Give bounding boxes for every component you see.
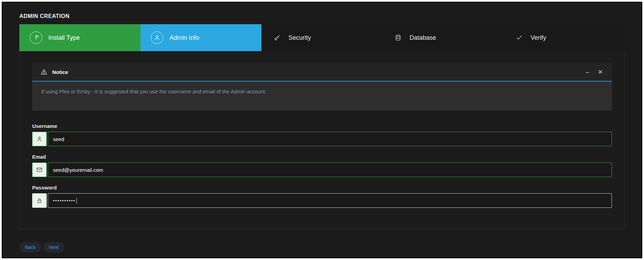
step-label: Install Type bbox=[48, 34, 80, 41]
email-field: Email bbox=[32, 154, 612, 177]
wizard-actions: Back Next bbox=[19, 242, 625, 252]
notice-text: If using Plex or Emby - It is suggested … bbox=[41, 89, 266, 94]
text-caret bbox=[76, 198, 77, 204]
email-input[interactable] bbox=[48, 162, 612, 177]
step-admin-info[interactable]: Admin Info bbox=[140, 24, 261, 51]
next-button[interactable]: Next bbox=[43, 242, 64, 252]
page-title: ADMIN CREATION bbox=[19, 13, 625, 19]
wizard-steps: Install Type Admin Info Security Databas… bbox=[19, 24, 625, 51]
step-label: Admin Info bbox=[169, 34, 199, 41]
close-button[interactable]: ✕ bbox=[597, 68, 604, 76]
admin-info-panel: Notice – ✕ If using Plex or Emby - It is… bbox=[19, 51, 625, 230]
admin-creation-window: ADMIN CREATION Install Type Admin Info S… bbox=[2, 2, 642, 258]
username-field: Username bbox=[32, 123, 612, 146]
step-database[interactable]: Database bbox=[383, 24, 504, 51]
check-icon bbox=[514, 32, 524, 43]
signpost-icon bbox=[30, 31, 42, 44]
email-label: Email bbox=[32, 154, 612, 160]
user-icon bbox=[151, 31, 163, 44]
warning-icon bbox=[40, 68, 48, 76]
step-verify[interactable]: Verify bbox=[504, 24, 625, 51]
step-label: Database bbox=[410, 34, 436, 41]
step-label: Security bbox=[288, 34, 311, 41]
database-icon bbox=[393, 32, 403, 43]
key-icon bbox=[272, 32, 282, 43]
back-button[interactable]: Back bbox=[19, 242, 41, 252]
step-install-type[interactable]: Install Type bbox=[19, 24, 140, 51]
notice-body: If using Plex or Emby - It is suggested … bbox=[32, 82, 612, 111]
password-field: Password •••••••••• bbox=[32, 185, 612, 208]
user-icon bbox=[32, 132, 47, 146]
password-input[interactable]: •••••••••• bbox=[48, 193, 612, 208]
username-label: Username bbox=[32, 123, 612, 129]
username-input[interactable] bbox=[48, 132, 612, 146]
lock-icon bbox=[32, 193, 47, 208]
notice-title: Notice bbox=[52, 69, 68, 75]
password-value: •••••••••• bbox=[53, 198, 76, 203]
step-label: Verify bbox=[531, 34, 546, 41]
step-security[interactable]: Security bbox=[261, 24, 383, 51]
notice-box: Notice – ✕ If using Plex or Emby - It is… bbox=[32, 63, 612, 111]
notice-header: Notice – ✕ bbox=[32, 63, 612, 82]
envelope-icon bbox=[32, 162, 47, 177]
password-label: Password bbox=[32, 185, 612, 191]
minimize-button[interactable]: – bbox=[585, 68, 589, 76]
